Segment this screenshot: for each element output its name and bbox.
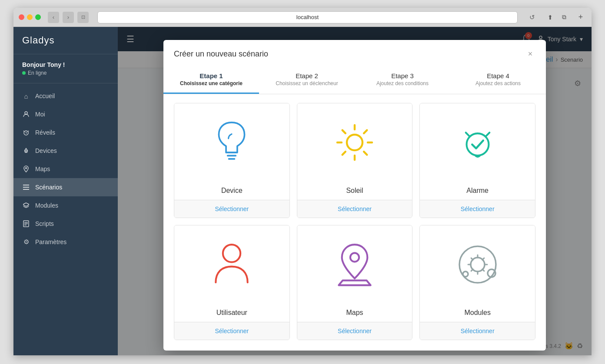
svg-point-24 bbox=[223, 245, 240, 262]
modal-header: Créer un nouveau scénario × bbox=[163, 40, 546, 59]
share-button[interactable]: ⬆ bbox=[545, 12, 556, 23]
sidebar-item-maps[interactable]: Maps bbox=[13, 160, 118, 178]
sidebar-label-accueil: Accueil bbox=[35, 93, 55, 99]
devices-icon bbox=[22, 147, 30, 155]
modules-icon bbox=[22, 202, 30, 209]
sidebar-label-scenarios: Scénarios bbox=[35, 184, 62, 191]
category-name-device: Device bbox=[174, 182, 289, 200]
category-card-modules[interactable]: Modules Sélectionner bbox=[419, 225, 535, 340]
device-icon-area bbox=[174, 103, 289, 182]
step-4[interactable]: Etape 4 Ajoutez des actions bbox=[450, 66, 546, 94]
close-window-button[interactable] bbox=[19, 14, 24, 20]
category-name-modules: Modules bbox=[420, 304, 535, 322]
sidebar-item-moi[interactable]: Moi bbox=[13, 105, 118, 123]
app-logo: Gladys bbox=[13, 27, 118, 54]
create-scenario-modal: Créer un nouveau scénario × Etape 1 Choi… bbox=[163, 40, 546, 351]
svg-point-14 bbox=[347, 135, 362, 150]
sidebar-toggle-button[interactable]: ⧉ bbox=[558, 12, 570, 23]
online-status: En ligne bbox=[22, 70, 109, 76]
step-1[interactable]: Etape 1 Choisissez une catégorie bbox=[163, 66, 259, 94]
address-bar[interactable]: localhost bbox=[97, 11, 518, 23]
alarm-icon bbox=[22, 129, 30, 136]
modal-title: Créer un nouveau scénario bbox=[174, 50, 268, 59]
sidebar-item-reveils[interactable]: Réveils bbox=[13, 123, 118, 142]
modules-icon-area bbox=[420, 225, 535, 304]
sidebar-item-accueil[interactable]: ⌂ Accueil bbox=[13, 87, 118, 105]
sidebar-label-maps: Maps bbox=[35, 165, 50, 172]
modal-overlay: Créer un nouveau scénario × Etape 1 Choi… bbox=[118, 27, 592, 355]
sidebar-item-scenarios[interactable]: Scénarios bbox=[13, 178, 118, 196]
category-card-alarme[interactable]: Alarme Sélectionner bbox=[419, 103, 535, 218]
settings-icon: ⚙ bbox=[22, 238, 30, 246]
category-card-utilisateur[interactable]: Utilisateur Sélectionner bbox=[174, 225, 290, 340]
scenarios-icon bbox=[22, 183, 30, 191]
main-content: ☰ 0 bbox=[118, 27, 592, 355]
reload-button[interactable]: ↺ bbox=[526, 12, 538, 23]
sidebar: Gladys Bonjour Tony ! En ligne ⌂ Accueil bbox=[13, 27, 118, 355]
sidebar-item-devices[interactable]: Devices bbox=[13, 142, 118, 160]
category-card-soleil[interactable]: Soleil Sélectionner bbox=[297, 103, 413, 218]
modal-close-button[interactable]: × bbox=[525, 49, 535, 59]
category-select-soleil[interactable]: Sélectionner bbox=[297, 200, 412, 218]
svg-line-21 bbox=[364, 130, 367, 133]
stepper: Etape 1 Choisissez une catégorie Etape 2… bbox=[163, 66, 546, 94]
status-text: En ligne bbox=[28, 70, 47, 76]
user-icon bbox=[22, 110, 30, 118]
step-3-label: Ajoutez des conditions bbox=[362, 80, 443, 86]
traffic-lights bbox=[19, 14, 41, 20]
step-3-number: Etape 3 bbox=[362, 72, 443, 79]
step-2[interactable]: Etape 2 Choisissez un déclencheur bbox=[259, 66, 355, 94]
sidebar-label-parametres: Paramètres bbox=[35, 238, 66, 245]
alarme-icon-area bbox=[420, 103, 535, 182]
category-name-utilisateur: Utilisateur bbox=[174, 304, 289, 322]
svg-line-22 bbox=[342, 152, 346, 155]
soleil-icon-area bbox=[297, 103, 412, 182]
step-2-number: Etape 2 bbox=[266, 72, 348, 79]
step-3[interactable]: Etape 3 Ajoutez des conditions bbox=[355, 66, 450, 94]
sidebar-user: Bonjour Tony ! En ligne bbox=[13, 54, 118, 83]
map-pin-icon bbox=[22, 165, 30, 173]
minimize-window-button[interactable] bbox=[27, 14, 33, 20]
home-icon: ⌂ bbox=[22, 92, 30, 100]
sidebar-label-moi: Moi bbox=[35, 111, 45, 118]
category-card-device[interactable]: Device Sélectionner bbox=[174, 103, 290, 218]
sidebar-item-scripts[interactable]: Scripts bbox=[13, 215, 118, 233]
url-text: localhost bbox=[296, 14, 319, 20]
utilisateur-icon-area bbox=[174, 225, 289, 304]
svg-line-19 bbox=[342, 130, 346, 133]
scripts-icon bbox=[22, 220, 30, 228]
step-1-number: Etape 1 bbox=[170, 72, 252, 79]
step-1-label: Choisissez une catégorie bbox=[170, 80, 252, 86]
maximize-window-button[interactable] bbox=[35, 14, 41, 20]
step-2-label: Choisissez un déclencheur bbox=[266, 80, 348, 86]
category-select-utilisateur[interactable]: Sélectionner bbox=[174, 322, 289, 340]
category-select-alarme[interactable]: Sélectionner bbox=[420, 200, 535, 218]
step-4-label: Ajoutez des actions bbox=[457, 80, 539, 86]
sidebar-label-devices: Devices bbox=[35, 147, 57, 154]
online-dot bbox=[22, 71, 26, 75]
category-name-maps: Maps bbox=[297, 304, 412, 322]
add-tab-button[interactable]: + bbox=[575, 12, 586, 23]
user-greeting: Bonjour Tony ! bbox=[22, 61, 109, 68]
category-select-maps[interactable]: Sélectionner bbox=[297, 322, 412, 340]
svg-point-25 bbox=[350, 253, 359, 261]
category-name-soleil: Soleil bbox=[297, 182, 412, 200]
category-select-device[interactable]: Sélectionner bbox=[174, 200, 289, 218]
svg-point-29 bbox=[463, 271, 468, 277]
sidebar-nav: ⌂ Accueil Moi bbox=[13, 83, 118, 355]
svg-point-2 bbox=[26, 168, 27, 169]
svg-line-20 bbox=[364, 152, 367, 155]
svg-point-0 bbox=[25, 112, 27, 114]
sidebar-item-parametres[interactable]: ⚙ Paramètres bbox=[13, 233, 118, 251]
category-select-modules[interactable]: Sélectionner bbox=[420, 322, 535, 340]
forward-button[interactable]: › bbox=[63, 12, 74, 23]
maps-icon-area bbox=[297, 225, 412, 304]
sidebar-label-scripts: Scripts bbox=[35, 220, 54, 227]
browser-actions: ⬆ ⧉ bbox=[545, 12, 570, 23]
reader-view-button[interactable]: ⊡ bbox=[77, 12, 89, 23]
back-button[interactable]: ‹ bbox=[48, 12, 59, 23]
category-card-maps[interactable]: Maps Sélectionner bbox=[297, 225, 413, 340]
category-name-alarme: Alarme bbox=[420, 182, 535, 200]
step-4-number: Etape 4 bbox=[457, 72, 539, 79]
sidebar-item-modules[interactable]: Modules bbox=[13, 196, 118, 215]
